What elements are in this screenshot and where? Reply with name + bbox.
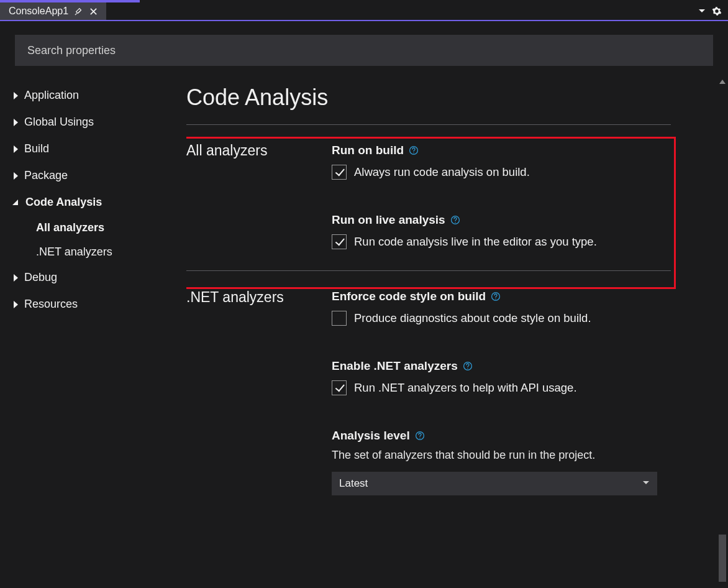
chevron-right-icon xyxy=(14,301,18,308)
checkbox-enable-net[interactable] xyxy=(332,380,347,395)
scrollbar[interactable] xyxy=(717,76,728,588)
setting-title-text: Analysis level xyxy=(332,429,410,443)
setting-enforce-style-title: Enforce code style on build xyxy=(332,290,673,303)
checkbox-run-on-build[interactable] xyxy=(332,165,347,180)
checkbox-label: Run .NET analyzers to help with API usag… xyxy=(354,381,577,395)
divider xyxy=(186,124,671,125)
sidebar-item-global-usings[interactable]: Global Usings xyxy=(14,109,186,136)
sidebar-item-label: Build xyxy=(24,142,49,155)
sidebar-subitem-net-analyzers[interactable]: .NET analyzers xyxy=(14,240,186,264)
scroll-up-icon[interactable] xyxy=(719,80,726,84)
analysis-level-select[interactable]: Latest xyxy=(332,472,657,495)
chevron-down-icon[interactable] xyxy=(698,7,706,15)
chevron-right-icon xyxy=(14,274,18,282)
chevron-right-icon xyxy=(14,145,18,153)
setting-run-on-build-title: Run on build xyxy=(332,144,673,157)
chevron-right-icon xyxy=(14,119,18,126)
setting-description: The set of analyzers that should be run … xyxy=(332,449,673,462)
search-input[interactable] xyxy=(15,35,713,66)
select-value: Latest xyxy=(339,477,368,490)
sidebar-subitem-all-analyzers[interactable]: All analyzers xyxy=(14,216,186,240)
sidebar-item-package[interactable]: Package xyxy=(14,162,186,189)
chevron-right-icon xyxy=(14,172,18,180)
tab-title: ConsoleApp1 xyxy=(9,6,68,17)
close-icon[interactable] xyxy=(89,7,98,16)
tab-strip: ConsoleApp1 xyxy=(0,2,728,21)
checkbox-enforce-style[interactable] xyxy=(332,311,347,326)
sidebar-item-application[interactable]: Application xyxy=(14,82,186,109)
main-panel: Code Analysis All analyzers Run on build… xyxy=(186,76,728,588)
sidebar-item-debug[interactable]: Debug xyxy=(14,264,186,291)
chevron-down-icon xyxy=(642,477,650,490)
checkbox-label: Run code analysis live in the editor as … xyxy=(354,235,597,249)
svg-point-5 xyxy=(495,298,496,299)
sidebar: Application Global Usings Build Package … xyxy=(0,76,186,588)
sidebar-item-label: Code Analysis xyxy=(25,196,102,209)
document-tab[interactable]: ConsoleApp1 xyxy=(0,2,106,20)
sidebar-item-label: Resources xyxy=(24,298,78,311)
sidebar-item-code-analysis[interactable]: Code Analysis xyxy=(14,189,186,216)
svg-point-1 xyxy=(413,152,414,153)
section-heading: All analyzers xyxy=(186,142,325,249)
pin-icon[interactable] xyxy=(75,7,83,16)
section-heading: .NET analyzers xyxy=(186,288,325,495)
checkbox-label: Always run code analysis on build. xyxy=(354,165,530,179)
sidebar-item-label: Package xyxy=(24,169,68,182)
sidebar-item-resources[interactable]: Resources xyxy=(14,291,186,318)
help-icon[interactable] xyxy=(463,361,473,371)
scroll-thumb[interactable] xyxy=(719,535,726,582)
divider xyxy=(186,270,671,271)
setting-analysis-level-title: Analysis level xyxy=(332,429,673,443)
help-icon[interactable] xyxy=(415,431,425,441)
svg-point-9 xyxy=(419,438,420,438)
help-icon[interactable] xyxy=(450,215,460,225)
section-net-analyzers: .NET analyzers Enforce code style on bui… xyxy=(186,288,673,495)
sidebar-item-build[interactable]: Build xyxy=(14,136,186,162)
svg-point-3 xyxy=(455,222,455,223)
search-container xyxy=(0,21,728,76)
sidebar-subitem-label: .NET analyzers xyxy=(36,246,112,259)
gear-icon[interactable] xyxy=(712,6,722,16)
svg-point-7 xyxy=(467,368,468,369)
checkbox-run-on-live[interactable] xyxy=(332,234,347,249)
checkbox-label: Produce diagnostics about code style on … xyxy=(354,311,591,325)
setting-run-on-live-title: Run on live analysis xyxy=(332,213,673,227)
setting-title-text: Run on live analysis xyxy=(332,213,445,227)
chevron-expanded-icon xyxy=(12,200,18,205)
setting-title-text: Enforce code style on build xyxy=(332,290,486,303)
sidebar-item-label: Global Usings xyxy=(24,116,94,129)
help-icon[interactable] xyxy=(491,292,501,301)
chevron-right-icon xyxy=(14,92,18,99)
setting-enable-net-title: Enable .NET analyzers xyxy=(332,359,673,373)
section-all-analyzers: All analyzers Run on build Always run co… xyxy=(186,142,673,249)
sidebar-subitem-label: All analyzers xyxy=(36,221,104,234)
sidebar-item-label: Debug xyxy=(24,271,57,284)
sidebar-item-label: Application xyxy=(24,89,79,102)
page-title: Code Analysis xyxy=(186,76,709,124)
setting-title-text: Run on build xyxy=(332,144,404,157)
help-icon[interactable] xyxy=(409,145,419,155)
setting-title-text: Enable .NET analyzers xyxy=(332,359,458,373)
